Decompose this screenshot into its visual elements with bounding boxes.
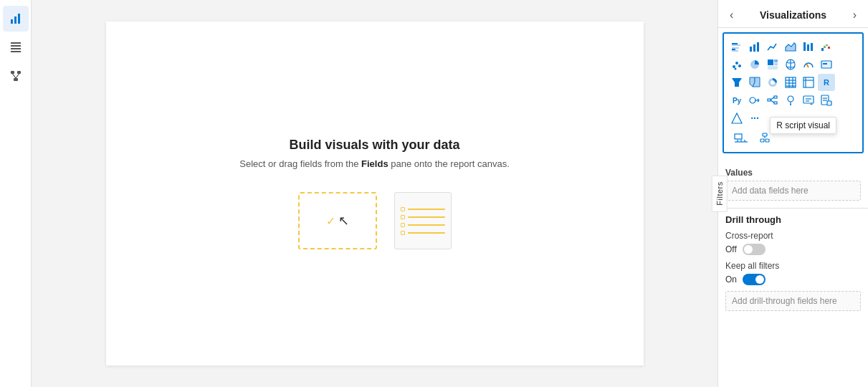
svg-point-29 [733, 65, 735, 68]
svg-rect-20 [757, 42, 759, 52]
sidebar-item-report[interactable] [3, 6, 29, 32]
svg-rect-60 [774, 102, 777, 104]
illus-list-row [401, 215, 445, 219]
svg-rect-80 [763, 133, 767, 136]
svg-point-31 [738, 64, 741, 67]
svg-line-62 [771, 100, 774, 103]
cross-report-toggle-row: Off [725, 244, 861, 255]
svg-rect-1 [14, 16, 16, 24]
subtitle-bold: Fields [361, 158, 388, 169]
svg-rect-26 [824, 46, 826, 48]
svg-rect-66 [803, 96, 814, 103]
filters-tab[interactable]: Filters [712, 175, 728, 211]
viz-btn-filled-map[interactable] [746, 74, 763, 91]
viz-row-4: Py [728, 92, 858, 109]
viz-btn-map[interactable] [782, 56, 799, 73]
svg-marker-74 [732, 113, 742, 123]
drill-fields-drop-field[interactable]: Add drill-through fields here [725, 291, 861, 311]
viz-btn-funnel[interactable] [728, 74, 745, 91]
svg-rect-36 [768, 66, 778, 70]
model-icon [10, 70, 22, 82]
viz-btn-more[interactable]: ··· [746, 110, 763, 127]
viz-btn-qa[interactable] [782, 92, 799, 109]
sidebar-item-table[interactable] [3, 34, 29, 60]
svg-rect-41 [823, 63, 827, 64]
values-drop-field[interactable]: Add data fields here [725, 181, 861, 201]
viz-btn-key-influencer[interactable] [746, 92, 763, 109]
illus-box-inner: ✓ ↖ [326, 213, 349, 229]
r-icon: R [824, 78, 829, 87]
viz-row-2 [728, 56, 858, 73]
main-canvas: Build visuals with your data Select or d… [32, 0, 717, 387]
svg-line-61 [771, 97, 774, 100]
illus-line [408, 216, 445, 218]
viz-btn-waterfall[interactable] [818, 38, 835, 55]
viz-btn-donut[interactable] [764, 74, 781, 91]
viz-btn-area-chart[interactable] [782, 38, 799, 55]
svg-rect-51 [803, 77, 814, 87]
svg-marker-42 [732, 78, 742, 87]
canvas-subtitle: Select or drag fields from the Fields pa… [239, 158, 510, 169]
cross-report-slider [743, 244, 766, 255]
viz-btn-decomp-tree[interactable] [764, 92, 781, 109]
values-section: Values Add data fields here [718, 158, 868, 208]
panel-prev-button[interactable]: ‹ [725, 7, 738, 23]
values-label: Values [725, 168, 861, 178]
viz-btn-custom1[interactable] [728, 110, 745, 127]
svg-rect-34 [774, 59, 778, 62]
viz-btn-py-script[interactable]: Py [728, 92, 745, 109]
svg-rect-15 [732, 44, 740, 46]
keep-filters-label: Keep all filters [725, 261, 861, 271]
svg-rect-6 [11, 51, 21, 52]
svg-line-10 [12, 74, 16, 78]
svg-rect-2 [18, 14, 20, 24]
svg-point-65 [790, 104, 791, 105]
viz-btn-r-script[interactable]: R R script visual [818, 74, 835, 91]
panel-next-button[interactable]: › [849, 7, 861, 23]
viz-btn-table[interactable] [782, 74, 799, 91]
viz-btn-pie-chart[interactable] [746, 56, 763, 73]
viz-btn-axis[interactable] [728, 130, 754, 147]
svg-rect-27 [826, 44, 828, 46]
illus-list-row [401, 231, 445, 235]
svg-rect-73 [827, 101, 831, 105]
cursor-icon: ↖ [338, 213, 349, 229]
viz-btn-scatter[interactable] [728, 56, 745, 73]
svg-rect-24 [811, 43, 813, 51]
viz-btn-gauge[interactable] [800, 56, 817, 73]
viz-btn-stacked-bar[interactable] [728, 38, 745, 55]
svg-rect-4 [11, 45, 21, 47]
svg-point-32 [735, 68, 737, 70]
viz-btn-ribbon-chart[interactable] [800, 38, 817, 55]
checkmark-icon: ✓ [326, 214, 335, 228]
svg-rect-16 [732, 49, 735, 50]
svg-marker-21 [786, 43, 796, 51]
left-sidebar [0, 0, 32, 387]
illus-list-row [401, 207, 445, 211]
viz-btn-card[interactable] [818, 56, 835, 73]
svg-rect-35 [774, 63, 778, 65]
viz-btn-column-chart[interactable] [746, 38, 763, 55]
sidebar-item-model[interactable] [3, 63, 29, 89]
svg-rect-14 [732, 43, 738, 44]
svg-rect-59 [774, 96, 777, 98]
panel-title: Visualizations [760, 9, 826, 21]
viz-btn-treemap[interactable] [764, 56, 781, 73]
svg-rect-28 [828, 47, 830, 49]
keep-filters-on-label: On [725, 274, 737, 285]
more-icon: ··· [750, 113, 759, 124]
keep-filters-toggle-row: On [725, 274, 861, 285]
cross-report-toggle[interactable] [743, 244, 766, 255]
svg-rect-17 [732, 50, 738, 52]
chart-bar-icon [10, 13, 22, 24]
viz-btn-line-chart[interactable] [764, 38, 781, 55]
py-icon: Py [733, 97, 741, 105]
keep-filters-toggle[interactable] [743, 274, 766, 285]
illus-dot [401, 207, 405, 211]
viz-btn-smart-narrative[interactable] [800, 92, 817, 109]
drill-through-title: Drill through [725, 214, 861, 225]
svg-rect-23 [807, 44, 809, 51]
canvas-area: Build visuals with your data Select or d… [106, 22, 644, 366]
viz-btn-paginated[interactable] [818, 92, 835, 109]
viz-btn-matrix[interactable] [800, 74, 817, 91]
